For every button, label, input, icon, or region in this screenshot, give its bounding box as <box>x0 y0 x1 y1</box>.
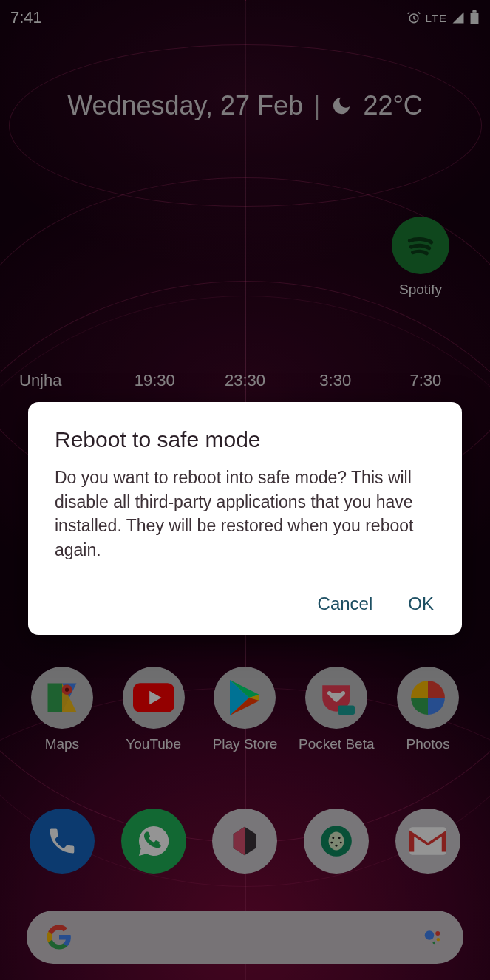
safe-mode-dialog: Reboot to safe mode Do you want to reboo… <box>28 402 462 635</box>
cancel-button[interactable]: Cancel <box>316 589 375 619</box>
dialog-actions: Cancel OK <box>55 589 435 619</box>
ok-button[interactable]: OK <box>406 589 435 619</box>
dialog-title: Reboot to safe mode <box>55 427 435 452</box>
dialog-body: Do you want to reboot into safe mode? Th… <box>55 466 435 562</box>
